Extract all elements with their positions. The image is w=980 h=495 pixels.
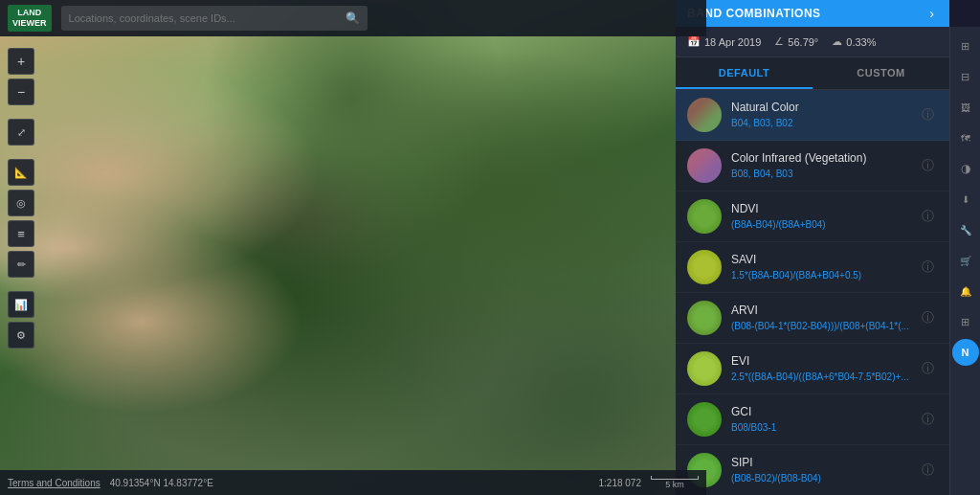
location-button[interactable]: ◎ — [8, 190, 34, 216]
scale-bar: 5 km — [651, 476, 699, 489]
fullscreen-button[interactable]: ⤢ — [8, 119, 34, 146]
band-info: Natural Color B04, B03, B02 — [731, 101, 918, 130]
map-scale: 1:218 072 5 km — [599, 476, 700, 489]
angle-icon: ∠ — [774, 35, 784, 48]
band-name: ARVI — [731, 304, 918, 319]
cloud-value: 0.33% — [846, 36, 876, 48]
panel-header: BAND COMBINATIONS › — [676, 0, 949, 27]
band-info: EVI 2.5*((B8A-B04)/((B8A+6*B04-7.5*B02)+… — [731, 354, 918, 384]
band-formula: B08, B04, B03 — [731, 168, 918, 180]
band-info: GCI B08/B03-1 — [731, 405, 918, 435]
sidebar-btn-7[interactable]: 🛒 — [952, 247, 979, 274]
info-icon[interactable]: ⓘ — [918, 356, 938, 381]
band-info: ARVI (B08-(B04-1*(B02-B04)))/(B08+(B04-1… — [731, 304, 918, 333]
info-icon[interactable]: ⓘ — [918, 407, 938, 432]
band-name: NDVI — [731, 202, 918, 217]
band-info: SIPI (B08-B02)/(B08-B04) — [731, 456, 918, 485]
info-icon[interactable]: ⓘ — [918, 153, 938, 178]
logo: LAND VIEWER — [8, 5, 52, 32]
sidebar-btn-1[interactable]: ⊟ — [952, 63, 979, 90]
date-info: 📅 18 Apr 2019 — [687, 35, 761, 48]
layers-button[interactable]: ≡ — [8, 220, 34, 247]
angle-value: 56.79° — [788, 36, 818, 48]
sidebar-btn-user[interactable]: N — [952, 339, 979, 366]
band-formula: (B08-B02)/(B08-B04) — [731, 472, 918, 484]
right-panel: BAND COMBINATIONS › 📅 18 Apr 2019 ∠ 56.7… — [676, 0, 949, 495]
sidebar-btn-4[interactable]: ◑ — [952, 155, 979, 182]
band-item[interactable]: Color Infrared (Vegetation) B08, B04, B0… — [676, 141, 949, 191]
band-item[interactable]: GCI B08/B03-1 ⓘ — [676, 394, 949, 445]
search-icon: 🔍 — [345, 11, 360, 25]
band-formula: 1.5*(B8A-B04)/(B8A+B04+0.5) — [731, 269, 918, 281]
map-controls: + − ⤢ 📐 ◎ ≡ ✏ 📊 ⚙ — [8, 48, 34, 349]
info-icon[interactable]: ⓘ — [918, 255, 938, 280]
band-item[interactable]: SAVI 1.5*(B8A-B04)/(B8A+B04+0.5) ⓘ — [676, 242, 949, 293]
panel-tabs: DEFAULT CUSTOM — [676, 57, 949, 90]
info-icon[interactable]: ⓘ — [918, 204, 938, 229]
panel-info-row: 📅 18 Apr 2019 ∠ 56.79° ☁ 0.33% — [676, 27, 949, 57]
zoom-in-button[interactable]: + — [8, 48, 34, 75]
band-name: SIPI — [731, 456, 918, 471]
tab-custom[interactable]: CUSTOM — [813, 57, 949, 89]
angle-info: ∠ 56.79° — [774, 35, 818, 48]
panel-title: BAND COMBINATIONS — [687, 7, 821, 20]
band-item[interactable]: NDVI (B8A-B04)/(B8A+B04) ⓘ — [676, 191, 949, 242]
info-icon[interactable]: ⓘ — [918, 458, 938, 483]
band-formula: (B08-(B04-1*(B02-B04)))/(B08+(B04-1*(... — [731, 320, 918, 332]
date-value: 18 Apr 2019 — [704, 36, 761, 48]
sidebar-btn-3[interactable]: 🗺 — [952, 124, 979, 151]
band-thumbnail — [687, 402, 722, 437]
band-formula: B04, B03, B02 — [731, 117, 918, 129]
sidebar-btn-5[interactable]: ⬇ — [952, 186, 979, 213]
sidebar-btn-8[interactable]: 🔔 — [952, 278, 979, 304]
zoom-out-button[interactable]: − — [8, 79, 34, 105]
sidebar-btn-6[interactable]: 🔧 — [952, 216, 979, 243]
cloud-info: ☁ 0.33% — [832, 35, 876, 48]
cloud-icon: ☁ — [832, 35, 842, 48]
band-info: NDVI (B8A-B04)/(B8A+B04) — [731, 202, 918, 232]
terms-link[interactable]: Terms and Conditions — [8, 478, 100, 488]
draw-button[interactable]: ✏ — [8, 251, 34, 278]
sidebar-btn-2[interactable]: 🖼 — [952, 94, 979, 121]
right-sidebar: ⊞ ⊟ 🖼 🗺 ◑ ⬇ 🔧 🛒 🔔 ⊞ N — [949, 27, 980, 495]
info-icon[interactable]: ⓘ — [918, 102, 938, 127]
band-thumbnail — [687, 98, 722, 132]
search-bar[interactable]: 🔍 — [61, 6, 368, 31]
band-formula: 2.5*((B8A-B04)/((B8A+6*B04-7.5*B02)+... — [731, 371, 918, 383]
search-input[interactable] — [69, 12, 345, 24]
band-name: EVI — [731, 354, 918, 370]
measure-button[interactable]: 📐 — [8, 159, 34, 186]
settings-button[interactable]: ⚙ — [8, 322, 34, 349]
band-formula: (B8A-B04)/(B8A+B04) — [731, 218, 918, 231]
band-thumbnail — [687, 301, 722, 335]
map-area[interactable]: LAND VIEWER 🔍 + − ⤢ 📐 ◎ ≡ ✏ 📊 ⚙ Terms an… — [0, 0, 706, 495]
band-thumbnail — [687, 250, 722, 284]
panel-close-button[interactable]: › — [925, 4, 938, 23]
band-thumbnail — [687, 199, 722, 234]
sidebar-btn-9[interactable]: ⊞ — [952, 308, 979, 335]
info-icon[interactable]: ⓘ — [918, 305, 938, 330]
map-bottom-bar: Terms and Conditions 40.91354°N 14.83772… — [0, 470, 706, 495]
band-name: Color Infrared (Vegetation) — [731, 151, 918, 167]
band-name: GCI — [731, 405, 918, 420]
band-thumbnail — [687, 351, 722, 386]
map-header: LAND VIEWER 🔍 — [0, 0, 706, 36]
band-thumbnail — [687, 148, 722, 183]
logo-text: LAND VIEWER — [8, 5, 52, 32]
map-background — [0, 0, 706, 495]
band-name: Natural Color — [731, 101, 918, 116]
sidebar-btn-0[interactable]: ⊞ — [952, 33, 979, 59]
band-formula: B08/B03-1 — [731, 421, 918, 434]
band-item[interactable]: EVI 2.5*((B8A-B04)/((B8A+6*B04-7.5*B02)+… — [676, 344, 949, 394]
band-info: SAVI 1.5*(B8A-B04)/(B8A+B04+0.5) — [731, 253, 918, 282]
band-name: SAVI — [731, 253, 918, 268]
chart-button[interactable]: 📊 — [8, 291, 34, 318]
band-list[interactable]: Natural Color B04, B03, B02 ⓘ Color Infr… — [676, 90, 949, 495]
tab-default[interactable]: DEFAULT — [676, 57, 813, 89]
band-item[interactable]: ARVI (B08-(B04-1*(B02-B04)))/(B08+(B04-1… — [676, 293, 949, 344]
band-item[interactable]: SIPI (B08-B02)/(B08-B04) ⓘ — [676, 445, 949, 495]
calendar-icon: 📅 — [687, 35, 701, 48]
band-info: Color Infrared (Vegetation) B08, B04, B0… — [731, 151, 918, 181]
band-item[interactable]: Natural Color B04, B03, B02 ⓘ — [676, 90, 949, 141]
map-coordinates: 40.91354°N 14.83772°E — [110, 478, 213, 488]
